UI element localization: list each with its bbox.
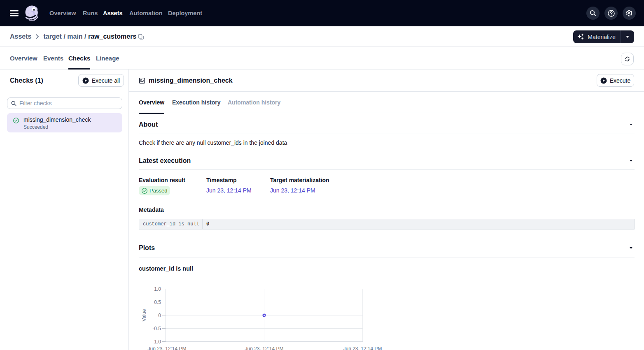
svg-text:-1.0: -1.0: [152, 339, 161, 345]
svg-text:Jun 23, 12:14 PM: Jun 23, 12:14 PM: [245, 346, 283, 350]
svg-text:Value: Value: [141, 309, 147, 321]
svg-text:Jun 23, 12:14 PM: Jun 23, 12:14 PM: [343, 346, 382, 350]
svg-text:0.5: 0.5: [154, 299, 161, 305]
svg-text:0: 0: [158, 313, 161, 318]
svg-text:-0.5: -0.5: [152, 326, 161, 331]
svg-text:Jun 23, 12:14 PM: Jun 23, 12:14 PM: [147, 346, 186, 350]
svg-text:1.0: 1.0: [154, 286, 161, 292]
